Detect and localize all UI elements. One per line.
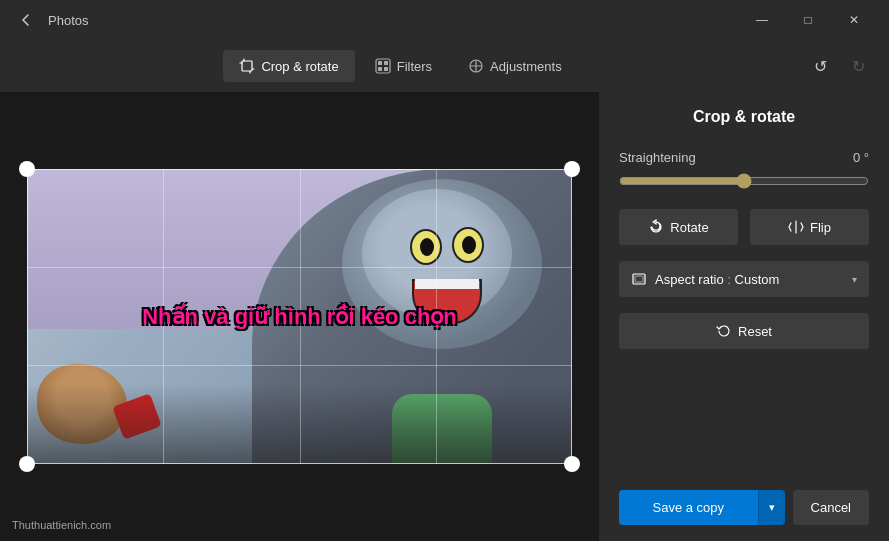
tab-filters-label: Filters bbox=[397, 59, 432, 74]
maximize-button[interactable]: □ bbox=[785, 0, 831, 40]
undo-redo-group: ↺ ↻ bbox=[805, 51, 873, 81]
tab-filters[interactable]: Filters bbox=[359, 50, 448, 82]
watermark: Thuthuattienich.com bbox=[12, 519, 111, 531]
svg-rect-2 bbox=[378, 61, 382, 65]
aspect-ratio-dropdown[interactable]: Aspect ratio : Custom ▾ bbox=[619, 261, 869, 297]
svg-rect-5 bbox=[384, 67, 388, 71]
close-button[interactable]: ✕ bbox=[831, 0, 877, 40]
window-controls: — □ ✕ bbox=[739, 0, 877, 40]
rotate-button[interactable]: Rotate bbox=[619, 209, 738, 245]
tab-crop-label: Crop & rotate bbox=[261, 59, 338, 74]
image-overlay-text: Nhấn và giữ hình rồi kéo chọn bbox=[142, 304, 457, 330]
flip-icon bbox=[788, 219, 804, 235]
straightening-label-row: Straightening 0 ° bbox=[619, 150, 869, 165]
main-content: Nhấn và giữ hình rồi kéo chọn Thuth bbox=[0, 92, 889, 541]
straightening-slider[interactable] bbox=[619, 173, 869, 189]
rotate-label: Rotate bbox=[670, 220, 708, 235]
cancel-button[interactable]: Cancel bbox=[793, 490, 869, 525]
aspect-ratio-icon bbox=[631, 271, 647, 287]
filters-icon bbox=[375, 58, 391, 74]
chevron-down-icon: ▾ bbox=[852, 274, 857, 285]
aspect-ratio-label: Aspect ratio : Custom bbox=[655, 272, 844, 287]
save-copy-button[interactable]: Save a copy bbox=[619, 490, 758, 525]
svg-rect-0 bbox=[242, 61, 252, 71]
svg-rect-1 bbox=[376, 59, 390, 73]
save-copy-dropdown-button[interactable]: ▾ bbox=[758, 490, 785, 525]
straightening-section: Straightening 0 ° bbox=[619, 150, 869, 193]
tab-adjustments-label: Adjustments bbox=[490, 59, 562, 74]
svg-rect-3 bbox=[384, 61, 388, 65]
right-panel: Crop & rotate Straightening 0 ° Rotate F… bbox=[599, 92, 889, 541]
crop-handle-top-right[interactable] bbox=[564, 161, 580, 177]
canvas-area[interactable]: Nhấn và giữ hình rồi kéo chọn Thuth bbox=[0, 92, 599, 541]
straightening-label: Straightening bbox=[619, 150, 696, 165]
adjustments-icon bbox=[468, 58, 484, 74]
toolbar: Crop & rotate Filters Adjustments ↺ ↻ bbox=[0, 40, 889, 92]
crop-rotate-icon bbox=[239, 58, 255, 74]
back-button[interactable] bbox=[12, 6, 40, 34]
panel-title: Crop & rotate bbox=[619, 108, 869, 134]
flip-button[interactable]: Flip bbox=[750, 209, 869, 245]
reset-button[interactable]: Reset bbox=[619, 313, 869, 349]
svg-rect-4 bbox=[378, 67, 382, 71]
app-title: Photos bbox=[48, 13, 739, 28]
flip-label: Flip bbox=[810, 220, 831, 235]
straightening-value: 0 ° bbox=[853, 150, 869, 165]
save-copy-group: Save a copy ▾ bbox=[619, 490, 785, 525]
panel-bottom: Save a copy ▾ Cancel bbox=[619, 490, 869, 525]
tab-adjustments[interactable]: Adjustments bbox=[452, 50, 578, 82]
rotate-icon bbox=[648, 219, 664, 235]
redo-button[interactable]: ↻ bbox=[843, 51, 873, 81]
svg-rect-8 bbox=[635, 276, 643, 282]
reset-icon bbox=[716, 323, 732, 339]
undo-button[interactable]: ↺ bbox=[805, 51, 835, 81]
crop-handle-bottom-right[interactable] bbox=[564, 456, 580, 472]
minimize-button[interactable]: — bbox=[739, 0, 785, 40]
crop-handle-top-left[interactable] bbox=[19, 161, 35, 177]
image-container: Nhấn và giữ hình rồi kéo chọn bbox=[27, 169, 572, 464]
crop-handle-bottom-left[interactable] bbox=[19, 456, 35, 472]
tab-crop-rotate[interactable]: Crop & rotate bbox=[223, 50, 354, 82]
reset-label: Reset bbox=[738, 324, 772, 339]
title-bar: Photos — □ ✕ bbox=[0, 0, 889, 40]
rotate-flip-row: Rotate Flip bbox=[619, 209, 869, 245]
